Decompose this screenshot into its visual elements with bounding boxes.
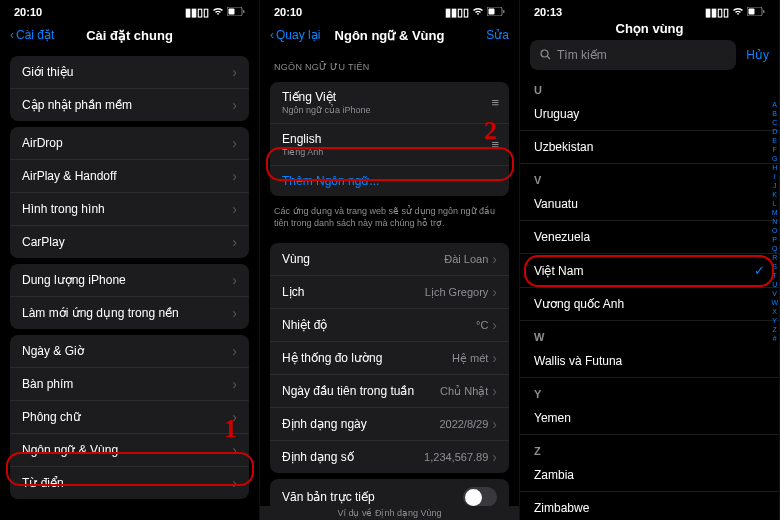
row-label: Vùng xyxy=(282,252,310,266)
region-settings-group: VùngĐài Loan›LịchLịch Gregory›Nhiệt độ°C… xyxy=(270,243,509,473)
index-letter[interactable]: S xyxy=(771,262,778,271)
index-letter[interactable]: C xyxy=(771,118,778,127)
index-letter[interactable]: R xyxy=(771,253,778,262)
edit-button[interactable]: Sửa xyxy=(486,28,509,42)
back-button[interactable]: ‹ Quay lại xyxy=(270,28,320,42)
index-letter[interactable]: T xyxy=(771,271,778,280)
chevron-left-icon: ‹ xyxy=(270,28,274,42)
region-row[interactable]: Uruguay xyxy=(520,98,779,131)
region-name: Zimbabwe xyxy=(534,501,589,514)
back-button[interactable]: ‹ Cài đặt xyxy=(10,28,54,42)
region-row[interactable]: Vương quốc Anh xyxy=(520,288,779,321)
index-letter[interactable]: N xyxy=(771,217,778,226)
region-row[interactable]: Việt Nam✓ xyxy=(520,254,779,288)
region-setting-row[interactable]: Định dạng số1,234,567.89› xyxy=(270,441,509,473)
settings-row[interactable]: Cập nhật phần mềm› xyxy=(10,89,249,121)
svg-line-10 xyxy=(547,56,550,59)
index-letter[interactable]: K xyxy=(771,190,778,199)
wifi-icon xyxy=(732,6,744,18)
region-row[interactable]: Vanuatu xyxy=(520,188,779,221)
index-letter[interactable]: E xyxy=(771,136,778,145)
chevron-right-icon: › xyxy=(492,449,497,465)
index-letter[interactable]: B xyxy=(771,109,778,118)
row-label: Cập nhật phần mềm xyxy=(22,98,132,112)
settings-row[interactable]: Dung lượng iPhone› xyxy=(10,264,249,297)
index-letter[interactable]: G xyxy=(771,154,778,163)
settings-row[interactable]: Bàn phím› xyxy=(10,368,249,401)
reorder-icon[interactable]: ≡ xyxy=(491,95,497,110)
region-row[interactable]: Wallis và Futuna xyxy=(520,345,779,378)
settings-row[interactable]: Làm mới ứng dụng trong nền› xyxy=(10,297,249,329)
index-letter[interactable]: Y xyxy=(771,316,778,325)
back-label: Quay lại xyxy=(276,28,320,42)
letter-header: Y xyxy=(520,378,779,402)
region-setting-row[interactable]: LịchLịch Gregory› xyxy=(270,276,509,309)
region-name: Việt Nam xyxy=(534,264,583,278)
cancel-button[interactable]: Hủy xyxy=(746,48,769,62)
settings-row[interactable]: Từ điển› xyxy=(10,467,249,499)
settings-row[interactable]: Giới thiệu› xyxy=(10,56,249,89)
chevron-right-icon: › xyxy=(492,251,497,267)
index-letter[interactable]: F xyxy=(771,145,778,154)
index-letter[interactable]: U xyxy=(771,280,778,289)
index-letter[interactable]: # xyxy=(771,334,778,343)
index-letter[interactable]: Q xyxy=(771,244,778,253)
index-letter[interactable]: L xyxy=(771,199,778,208)
page-title: Ngôn ngữ & Vùng xyxy=(335,28,445,43)
search-placeholder: Tìm kiếm xyxy=(557,48,726,62)
index-letter[interactable]: H xyxy=(771,163,778,172)
region-row[interactable]: Zambia xyxy=(520,459,779,492)
region-row[interactable]: Venezuela xyxy=(520,221,779,254)
settings-row[interactable]: AirDrop› xyxy=(10,127,249,160)
language-row[interactable]: EnglishTiếng Anh≡ xyxy=(270,124,509,166)
check-icon: ✓ xyxy=(754,263,765,278)
region-row[interactable]: Yemen xyxy=(520,402,779,435)
row-value: Lịch Gregory xyxy=(425,286,489,299)
settings-group: AirDrop›AirPlay & Handoff›Hình trong hìn… xyxy=(10,127,249,258)
index-letter[interactable]: J xyxy=(771,181,778,190)
region-setting-row[interactable]: Ngày đầu tiên trong tuầnChủ Nhật› xyxy=(270,375,509,408)
settings-row[interactable]: Ngôn ngữ & Vùng› xyxy=(10,434,249,467)
settings-row[interactable]: Ngày & Giờ› xyxy=(10,335,249,368)
nav-bar: ‹ Quay lại Ngôn ngữ & Vùng Sửa xyxy=(260,22,519,50)
index-letter[interactable]: X xyxy=(771,307,778,316)
add-language-row[interactable]: Thêm Ngôn ngữ... xyxy=(270,166,509,196)
languages-footer: Các ứng dụng và trang web sẽ sử dụng ngô… xyxy=(260,202,519,237)
index-letter[interactable]: W xyxy=(771,298,778,307)
settings-row[interactable]: AirPlay & Handoff› xyxy=(10,160,249,193)
region-row[interactable]: Uzbekistan xyxy=(520,131,779,164)
index-letter[interactable]: I xyxy=(771,172,778,181)
region-setting-row[interactable]: Nhiệt độ°C› xyxy=(270,309,509,342)
alpha-index[interactable]: ABCDEFGHIJKLMNOPQRSTUVWXYZ# xyxy=(771,100,778,343)
settings-row[interactable]: Phông chữ› xyxy=(10,401,249,434)
index-letter[interactable]: M xyxy=(771,208,778,217)
letter-header: V xyxy=(520,164,779,188)
row-value: 2022/8/29 xyxy=(439,418,488,430)
index-letter[interactable]: V xyxy=(771,289,778,298)
row-value: Đài Loan xyxy=(444,253,488,265)
index-letter[interactable]: A xyxy=(771,100,778,109)
row-label: Phông chữ xyxy=(22,410,81,424)
chevron-right-icon: › xyxy=(232,64,237,80)
panel-general-settings: 20:10 ▮▮▯▯ ‹ Cài đặt Cài đặt chung Giới … xyxy=(0,0,260,520)
settings-row[interactable]: Hình trong hình› xyxy=(10,193,249,226)
region-setting-row[interactable]: VùngĐài Loan› xyxy=(270,243,509,276)
region-setting-row[interactable]: Hệ thống đo lườngHệ mét› xyxy=(270,342,509,375)
index-letter[interactable]: D xyxy=(771,127,778,136)
region-setting-row[interactable]: Định dạng ngày2022/8/29› xyxy=(270,408,509,441)
wifi-icon xyxy=(212,6,224,18)
language-row[interactable]: Tiếng ViệtNgôn ngữ của iPhone≡ xyxy=(270,82,509,124)
live-text-toggle[interactable] xyxy=(463,487,497,507)
index-letter[interactable]: Z xyxy=(771,325,778,334)
row-label: Ngôn ngữ & Vùng xyxy=(22,443,118,457)
row-label: CarPlay xyxy=(22,235,65,249)
chevron-right-icon: › xyxy=(492,383,497,399)
chevron-right-icon: › xyxy=(232,272,237,288)
search-input[interactable]: Tìm kiếm xyxy=(530,40,736,70)
index-letter[interactable]: O xyxy=(771,226,778,235)
region-row[interactable]: Zimbabwe xyxy=(520,492,779,514)
settings-row[interactable]: CarPlay› xyxy=(10,226,249,258)
index-letter[interactable]: P xyxy=(771,235,778,244)
signal-icon: ▮▮▯▯ xyxy=(445,6,469,19)
nav-bar: Chọn vùng xyxy=(520,22,779,36)
